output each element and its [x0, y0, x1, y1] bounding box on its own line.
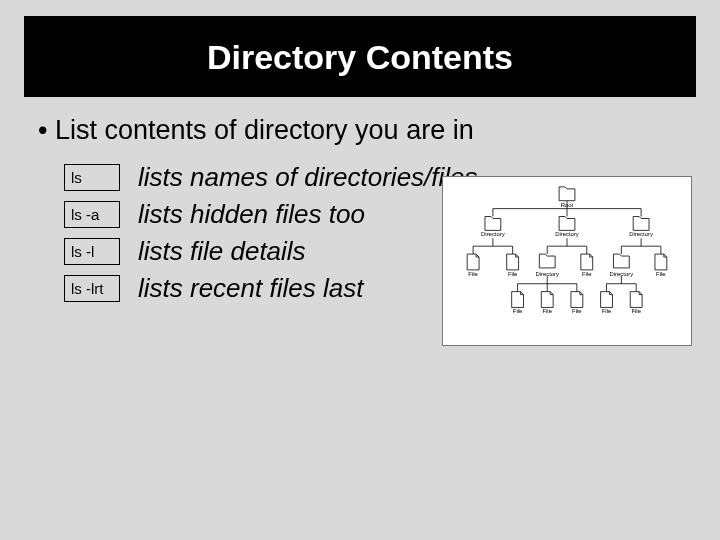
tree-label: Directory — [610, 271, 634, 277]
tree-label: File — [582, 271, 592, 277]
cmd-box-ls: ls — [64, 164, 120, 191]
tree-label: File — [602, 308, 612, 314]
tree-label: Directory — [481, 231, 505, 237]
cmd-box-ls-l: ls -l — [64, 238, 120, 265]
tree-label: Directory — [555, 231, 579, 237]
tree-label: File — [513, 308, 523, 314]
tree-label: File — [656, 271, 666, 277]
tree-label: File — [468, 271, 478, 277]
cmd-box-ls-a: ls -a — [64, 201, 120, 228]
tree-label: File — [508, 271, 518, 277]
tree-label-root: Root — [561, 202, 574, 208]
cmd-box-ls-lrt: ls -lrt — [64, 275, 120, 302]
folder-icon — [559, 187, 575, 201]
cmd-desc: lists names of directories/files — [138, 162, 478, 193]
tree-svg: Root Directory Directory Directory File … — [443, 177, 691, 345]
tree-label: File — [572, 308, 582, 314]
slide-title: Directory Contents — [24, 16, 696, 97]
directory-tree-figure: Root Directory Directory Directory File … — [442, 176, 692, 346]
bullet-text: List contents of directory you are in — [38, 115, 720, 146]
cmd-desc: lists hidden files too — [138, 199, 365, 230]
cmd-desc: lists file details — [138, 236, 306, 267]
tree-label: File — [542, 308, 552, 314]
file-icon — [467, 254, 479, 270]
tree-label: Directory — [629, 231, 653, 237]
cmd-desc: lists recent files last — [138, 273, 363, 304]
tree-label: File — [631, 308, 641, 314]
tree-label: Directory — [535, 271, 559, 277]
